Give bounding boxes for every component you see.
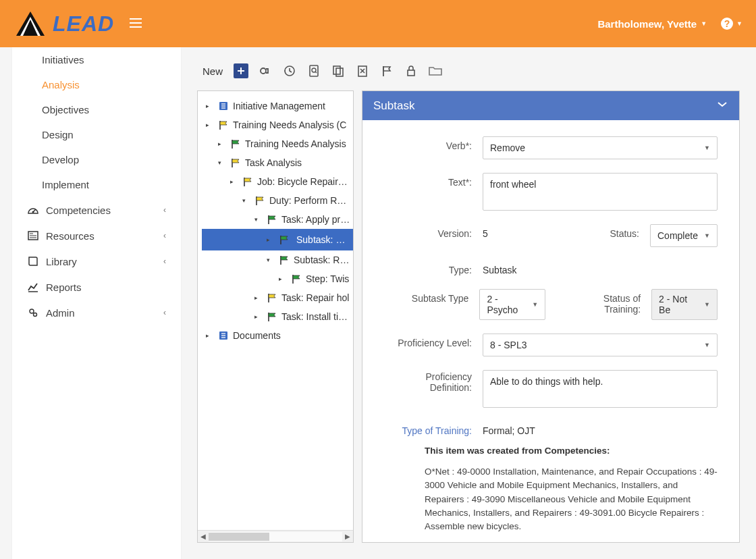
horizontal-scrollbar[interactable]: ◀ ▶ [198, 530, 353, 542]
sidebar-item-develop[interactable]: Develop [12, 147, 181, 172]
created-body: O*Net : 49-0000 Installation, Maintenanc… [425, 465, 718, 533]
flag-g-icon [279, 255, 290, 265]
tree-node[interactable]: ▸Task: Repair hol [202, 288, 353, 307]
type-label: Type: [384, 261, 472, 275]
book-icon [27, 255, 39, 267]
prof-def-input[interactable]: Able to do things with help. [483, 370, 718, 408]
tree-node[interactable]: ▸Job: Bicycle Repairers [202, 172, 353, 191]
tree-node[interactable]: ▾Subtask: Rem [202, 250, 353, 269]
content-area: New ▸Initiative Management▸Training Need… [181, 47, 756, 559]
expand-arrow-icon[interactable]: ▸ [254, 313, 263, 320]
version-value: 5 [483, 224, 510, 239]
help-menu[interactable]: ? ▼ [720, 17, 742, 30]
sidebar-item-objectives[interactable]: Objectives [12, 97, 181, 122]
flag-y-icon [230, 157, 241, 168]
sidebar-item-admin[interactable]: Admin‹ [12, 300, 181, 325]
copy-icon[interactable] [331, 63, 346, 78]
expand-arrow-icon[interactable]: ▸ [267, 236, 275, 243]
svg-line-23 [315, 72, 317, 73]
app-name: LEAD [53, 11, 114, 36]
lock-icon[interactable] [404, 63, 418, 78]
flag-y-icon [267, 292, 277, 303]
detail-panel: Subtask Verb*: Remove Text*: front wheel [362, 90, 740, 543]
tree-node[interactable]: ▸Subtask: Rem [202, 229, 353, 250]
subtask-type-label: Subtask Type [384, 289, 468, 304]
prof-level-select[interactable]: 8 - SPL3 [483, 334, 718, 356]
sidebar-item-initiatives[interactable]: Initiatives [12, 47, 181, 72]
train-type-label[interactable]: Type of Training: [384, 421, 472, 436]
tree-node[interactable]: ▾Duty: Perform Routi [202, 191, 353, 210]
status-training-label: Status of Training: [567, 289, 641, 315]
sidebar-item-resources[interactable]: Resources‹ [12, 223, 181, 248]
chevron-left-icon: ‹ [163, 205, 166, 215]
tree-node[interactable]: ▸Task: Install tires [202, 307, 353, 326]
history-icon[interactable] [282, 63, 297, 78]
expand-arrow-icon[interactable]: ▾ [242, 197, 250, 204]
flag-g-icon [279, 234, 290, 245]
delete-icon[interactable] [355, 63, 370, 78]
expand-arrow-icon[interactable]: ▸ [206, 103, 214, 109]
flag-g-icon [267, 214, 277, 225]
sidebar: InitiativesAnalysisObjectivesDesignDevel… [12, 47, 181, 559]
folder-icon[interactable] [428, 63, 443, 78]
search-doc-icon[interactable] [306, 63, 321, 78]
expand-arrow-icon[interactable]: ▸ [206, 122, 214, 128]
tree-node[interactable]: ▸Step: Twis [202, 269, 353, 288]
news-icon [27, 230, 39, 242]
tree-node[interactable]: ▾Task: Apply princ [202, 210, 353, 229]
link-icon[interactable] [258, 63, 273, 78]
verb-label: Verb*: [384, 136, 472, 151]
caret-down-icon: ▼ [736, 20, 742, 27]
svg-rect-25 [336, 68, 343, 76]
doc-icon [218, 330, 229, 341]
menu-toggle[interactable] [128, 15, 144, 33]
tree-node[interactable]: ▸Documents [202, 326, 353, 345]
expand-arrow-icon[interactable]: ▸ [279, 275, 287, 282]
prof-level-label: Proficiency Level: [384, 334, 472, 348]
text-input[interactable]: front wheel [483, 173, 718, 211]
expand-arrow-icon[interactable]: ▸ [254, 294, 263, 301]
subtask-type-select[interactable]: 2 - Psycho [479, 289, 545, 320]
sidebar-item-design[interactable]: Design [12, 122, 181, 147]
svg-rect-30 [408, 70, 414, 76]
type-value: Subtask [483, 261, 718, 275]
expand-arrow-icon[interactable]: ▾ [254, 216, 263, 223]
user-name-label: Bartholomew, Yvette [597, 18, 697, 30]
sidebar-item-analysis[interactable]: Analysis [12, 72, 181, 97]
sidebar-item-reports[interactable]: Reports [12, 274, 181, 300]
caret-down-icon: ▼ [701, 20, 707, 27]
expand-arrow-icon[interactable]: ▸ [206, 332, 214, 339]
created-heading: This item was created from Competencies: [425, 446, 718, 456]
svg-text:?: ? [724, 18, 730, 29]
collapse-icon[interactable] [716, 98, 728, 113]
expand-arrow-icon[interactable]: ▸ [218, 140, 226, 147]
user-menu[interactable]: Bartholomew, Yvette ▼ [597, 18, 707, 30]
verb-select[interactable]: Remove [483, 136, 718, 159]
tree-node[interactable]: ▸Training Needs Analysis (C [202, 115, 353, 134]
expand-arrow-icon[interactable]: ▾ [218, 159, 226, 166]
tree-node[interactable]: ▸Initiative Management [202, 97, 353, 115]
status-training-select[interactable]: 2 - Not Be [651, 289, 718, 320]
flag-g-icon [230, 138, 241, 149]
text-label: Text*: [384, 173, 472, 188]
tree-node[interactable]: ▸Training Needs Analysis [202, 134, 353, 153]
sidebar-item-competencies[interactable]: Competencies‹ [12, 197, 181, 223]
flag-g-icon [291, 273, 302, 284]
expand-arrow-icon[interactable]: ▸ [230, 178, 238, 185]
detail-header: Subtask [362, 91, 739, 120]
svg-rect-24 [333, 66, 340, 74]
status-select[interactable]: Complete [650, 224, 718, 247]
svg-point-16 [34, 313, 37, 317]
toolbar: New [202, 63, 740, 78]
expand-arrow-icon[interactable]: ▾ [267, 257, 275, 263]
new-button[interactable] [234, 63, 248, 78]
tree-node[interactable]: ▾Task Analysis [202, 153, 353, 172]
tree-panel: ▸Initiative Management▸Training Needs An… [197, 90, 354, 543]
sidebar-item-implement[interactable]: Implement [12, 172, 181, 197]
flag-y-icon [254, 195, 265, 206]
top-bar: LEAD Bartholomew, Yvette ▼ ? ▼ [0, 0, 756, 47]
flag-icon[interactable] [379, 63, 394, 78]
sidebar-item-library[interactable]: Library‹ [12, 248, 181, 274]
flag-g-icon [267, 311, 277, 322]
chevron-left-icon: ‹ [163, 308, 166, 317]
